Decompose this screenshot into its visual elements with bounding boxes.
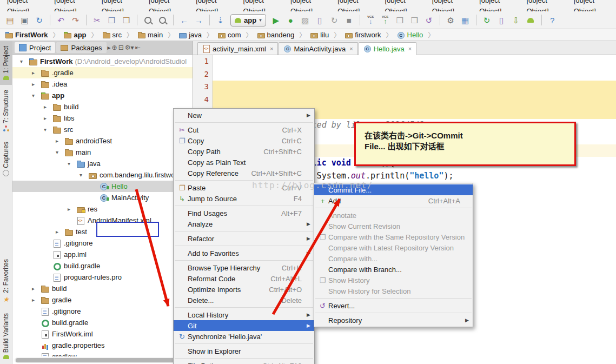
tree-expand-icon[interactable]: ▾ xyxy=(44,127,52,133)
tree-row-build-gradle[interactable]: build.gradle xyxy=(12,317,193,328)
horizontal-scrollbar[interactable] xyxy=(15,358,186,363)
crumb-com[interactable]: com 〉 xyxy=(217,30,256,39)
tree-row-firstwork-iml[interactable]: FirstWork.iml xyxy=(12,328,193,340)
tree-expand-icon[interactable]: ▸ xyxy=(56,138,64,144)
menu-item-add-to-favorites[interactable]: Add to Favorites ▶ xyxy=(174,248,314,259)
menu-item-new[interactable]: New ▶ xyxy=(174,110,314,121)
sdk-manager-icon[interactable]: ↻ xyxy=(480,14,494,27)
menu-item-copy-path[interactable]: Copy Path Ctrl+Shift+C xyxy=(174,146,314,157)
menu-item-git[interactable]: Git ▶ xyxy=(174,320,314,331)
android-icon[interactable] xyxy=(524,14,538,27)
git-menu-item-repository[interactable]: Repository ▶ xyxy=(314,315,473,326)
tree-expand-icon[interactable]: ▸ xyxy=(32,286,41,292)
tree-row-build[interactable]: ▸ build xyxy=(12,283,193,294)
tab-activity-main-xml[interactable]: activity_main.xml × xyxy=(197,42,278,55)
replace-icon[interactable] xyxy=(156,14,169,27)
tree-row-src[interactable]: ▾ src xyxy=(12,124,193,135)
tree-row-gradle-properties[interactable]: gradle.properties xyxy=(12,340,193,351)
tree-expand-icon[interactable]: ▾ xyxy=(68,161,76,167)
git-menu-item-compare-latest[interactable]: Compare with Latest Repository Version xyxy=(314,242,473,253)
tab-mainactivity-java[interactable]: MainActivity.java × xyxy=(279,42,357,55)
menu-item-paste[interactable]: ❐ Paste Ctrl+V xyxy=(174,182,314,193)
revert-icon[interactable]: ↺ xyxy=(422,14,436,27)
crumb-src[interactable]: src 〉 xyxy=(102,30,137,39)
menu-item-copy-reference[interactable]: Copy Reference Ctrl+Alt+Shift+C xyxy=(174,168,314,178)
tree-row-mainactivity[interactable]: MainActivity xyxy=(12,192,193,203)
tab-hello-java[interactable]: Hello.java × xyxy=(359,42,417,55)
panel-settings-icon[interactable]: ⚙▾ xyxy=(125,44,134,51)
back-icon[interactable]: ← xyxy=(177,14,191,27)
tree-row-dot-gradle[interactable]: ▸ .gradle xyxy=(12,67,193,78)
tree-expand-icon[interactable]: ▸ xyxy=(56,229,64,235)
close-icon[interactable]: × xyxy=(349,45,353,52)
menu-item-show-in-explorer[interactable]: Show in Explorer xyxy=(174,346,314,356)
scrollbar-thumb[interactable] xyxy=(16,358,177,362)
menu-item-cut[interactable]: ✂ Cut Ctrl+X xyxy=(174,124,314,135)
open-icon[interactable]: ▤ xyxy=(3,14,17,27)
tree-row-gradlew[interactable]: gradlew xyxy=(12,351,193,356)
crumb-lilu[interactable]: lilu 〉 xyxy=(309,30,344,39)
crumb-bandeng[interactable]: bandeng 〉 xyxy=(256,30,310,39)
rerun-icon[interactable]: ↻ xyxy=(328,14,341,27)
crumb-hello[interactable]: Hello 〉 xyxy=(396,30,439,39)
tree-row-main[interactable]: ▾ main xyxy=(12,147,193,158)
tree-expand-icon[interactable]: ▸ xyxy=(44,115,52,121)
tree-expand-icon[interactable]: ▸ xyxy=(68,206,76,212)
git-menu-item-show-current-revision[interactable]: Show Current Revision xyxy=(314,221,473,231)
menu-item-copy[interactable]: ❐ Copy Ctrl+C xyxy=(174,135,314,146)
project-view-tab[interactable]: Project xyxy=(15,42,55,53)
locate-icon[interactable]: ⊕ xyxy=(112,44,117,51)
tree-row-firstwork[interactable]: ▾ FirstWork (D:\Android_develop\AndroidS… xyxy=(12,56,193,67)
tool-tab-favorites[interactable]: 2: Favorites xyxy=(0,254,12,308)
expand-tabs-icon[interactable]: ▸ xyxy=(108,44,111,51)
tree-expand-icon[interactable]: ▸ xyxy=(44,104,52,110)
tree-row-gradle[interactable]: ▸ gradle xyxy=(12,294,193,306)
close-icon[interactable]: × xyxy=(270,45,273,52)
tool-tab-build-variants[interactable]: Build Variants xyxy=(0,308,12,364)
git-menu-item-annotate[interactable]: Annotate xyxy=(314,210,473,221)
menu-item-refactor[interactable]: Refactor ▶ xyxy=(174,233,314,244)
copy-icon[interactable]: ❐ xyxy=(105,14,118,27)
menu-item-local-history[interactable]: Local History ▶ xyxy=(174,309,314,320)
tree-row-app-build[interactable]: ▸ build xyxy=(12,101,193,112)
vcs-commit-button[interactable]: VCS ↑ xyxy=(379,14,392,27)
tree-expand-icon[interactable]: ▸ xyxy=(32,297,41,303)
project-structure-icon[interactable]: ▦ xyxy=(459,14,472,27)
crumb-java[interactable]: java 〉 xyxy=(178,30,217,39)
help-icon[interactable]: ? xyxy=(546,14,559,27)
find-icon[interactable] xyxy=(141,14,155,27)
menu-item-delete[interactable]: Delete... Delete xyxy=(174,295,314,306)
collapse-all-icon[interactable]: ⊟ xyxy=(118,44,124,51)
crumb-app[interactable]: app 〉 xyxy=(63,30,101,39)
crumb-firstwork[interactable]: FirstWork 〉 xyxy=(4,30,63,39)
tool-tab-project[interactable]: 1: Project xyxy=(0,41,12,85)
avd-manager-icon[interactable]: ▯ xyxy=(495,14,508,27)
git-menu-item-revert[interactable]: ↺ Revert... xyxy=(314,300,473,311)
sync-icon[interactable]: ↻ xyxy=(32,14,46,27)
tree-row-proguard[interactable]: proguard-rules.pro xyxy=(12,272,193,283)
changes-icon[interactable]: ❐ xyxy=(393,14,407,27)
git-menu-item-add[interactable]: + Add Ctrl+Alt+A xyxy=(314,195,473,206)
paste-icon[interactable]: ❐ xyxy=(120,14,133,27)
hide-panel-icon[interactable]: ⇤ xyxy=(135,44,141,51)
tree-row-res[interactable]: ▸ res xyxy=(12,203,193,215)
packages-view-tab[interactable]: Packages xyxy=(56,42,106,53)
sync-down-icon[interactable]: ⇣ xyxy=(214,14,227,27)
menu-item-reformat-code[interactable]: Reformat Code Ctrl+Alt+L xyxy=(174,273,314,284)
git-menu-item-show-history-selection[interactable]: Show History for Selection xyxy=(314,286,473,296)
git-menu-item-compare-with[interactable]: Compare with... xyxy=(314,253,473,264)
tree-row-hello[interactable]: Hello xyxy=(12,181,193,192)
forward-icon[interactable]: → xyxy=(192,14,206,27)
cut-icon[interactable]: ✂ xyxy=(90,14,104,27)
redo-icon[interactable]: ↷ xyxy=(69,14,82,27)
undo-icon[interactable]: ↶ xyxy=(54,14,68,27)
tree-row-app[interactable]: ▾ app xyxy=(12,90,193,101)
tree-row-package[interactable]: ▾ com.bandeng.lilu.firstwork xyxy=(12,169,193,181)
tool-tab-structure[interactable]: 7: Structure xyxy=(0,85,12,137)
coverage-icon[interactable]: ▨ xyxy=(299,14,312,27)
git-menu-item-compare-same[interactable]: ❐ Compare with the Same Repository Versi… xyxy=(314,231,473,242)
tree-row-app-gitignore[interactable]: .gitignore xyxy=(12,237,193,249)
menu-item-find-usages[interactable]: Find Usages Alt+F7 xyxy=(174,208,314,219)
vcs-update-button[interactable]: VCS ↓ xyxy=(364,14,377,27)
crumb-main[interactable]: main 〉 xyxy=(137,30,178,39)
